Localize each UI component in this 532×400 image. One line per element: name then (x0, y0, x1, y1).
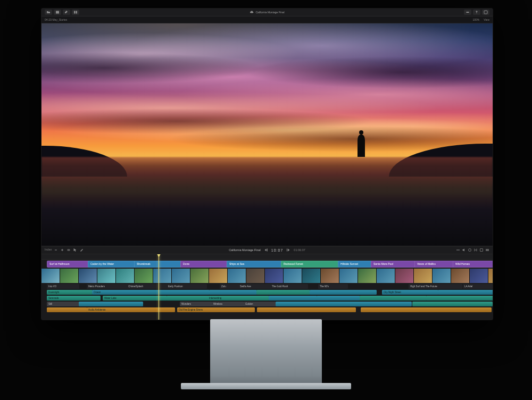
display-options[interactable] (464, 10, 471, 15)
chapter-marker[interactable]: Views of Malibu (414, 261, 457, 268)
play-prev-icon[interactable] (264, 248, 268, 252)
clip-thumbnail[interactable] (358, 269, 377, 283)
share-button[interactable] (473, 10, 480, 15)
zoom-in-icon[interactable] (60, 248, 64, 252)
audio-clip[interactable] (438, 290, 493, 295)
audio-clip[interactable] (209, 290, 257, 295)
skimming-icon[interactable] (456, 248, 460, 252)
chapter-marker[interactable]: Wild Horses (453, 261, 493, 268)
clip-thumbnail[interactable] (377, 269, 395, 283)
blade-tool-icon[interactable] (79, 248, 84, 252)
clip-thumbnail[interactable] (41, 269, 60, 283)
audio-clip[interactable]: Water Lake (103, 296, 167, 301)
chapter-marker[interactable]: Ships at Sea (227, 261, 285, 268)
index-button[interactable]: Index (45, 248, 52, 252)
audio-clip[interactable] (167, 296, 209, 301)
tool-button[interactable] (63, 10, 70, 15)
clip-label[interactable]: Metro Prouders (87, 284, 127, 289)
clip-button[interactable] (72, 10, 79, 15)
clip-label[interactable]: Swifts Ave (238, 284, 271, 289)
audio-clip[interactable]: Downright (47, 290, 93, 295)
clip-thumbnail[interactable] (135, 269, 153, 283)
clip-thumbnail[interactable] (302, 269, 321, 283)
chapter-marker[interactable]: Surf at Halfmoon (47, 261, 92, 268)
select-tool-icon[interactable] (73, 248, 77, 252)
clip-thumbnail[interactable] (321, 269, 339, 283)
chapter-marker[interactable]: Dune (180, 261, 231, 268)
trim-tool-icon[interactable] (66, 248, 71, 252)
audio-clip[interactable]: Ocean (92, 290, 159, 295)
audio-clip[interactable] (317, 296, 360, 301)
clip-label[interactable]: Into VO (47, 284, 79, 289)
audio-clip[interactable] (361, 307, 492, 312)
playhead[interactable] (159, 254, 159, 320)
audio-clip[interactable] (426, 296, 493, 301)
clip-thumbnail[interactable] (153, 269, 172, 283)
audio-clip[interactable]: Still (47, 302, 79, 306)
clip-thumbnail[interactable] (470, 269, 488, 283)
audio-clip[interactable] (257, 307, 356, 312)
clip-label[interactable]: High Surf and The Future (409, 284, 462, 289)
solo-icon[interactable] (468, 248, 472, 252)
clip-thumbnail[interactable] (488, 269, 493, 283)
audio-clip[interactable]: Intersecting (207, 296, 269, 301)
clip-thumbnail[interactable] (209, 269, 228, 283)
audio-clip[interactable]: Serenade (47, 296, 101, 301)
audio-clip[interactable] (47, 307, 87, 312)
audio-clip[interactable] (276, 302, 412, 306)
audio-clip[interactable]: Audio Ambience (87, 307, 175, 312)
clip-thumbnail[interactable] (395, 269, 414, 283)
chapter-marker[interactable]: Shorebreak (134, 261, 185, 268)
view-menu[interactable]: View (484, 18, 489, 21)
clip-label[interactable]: Early Position (167, 284, 207, 289)
timeline[interactable]: Surf at HalfmoonCaden by the WaterShoreb… (41, 254, 493, 320)
zoom-out-icon[interactable] (54, 248, 58, 252)
timecode-display[interactable]: 10:07 (271, 248, 284, 252)
clip-thumbnail[interactable] (172, 269, 190, 283)
viewer-canvas[interactable] (41, 23, 493, 246)
thumbnail-row[interactable] (41, 269, 493, 283)
chapter-marker[interactable]: Hillside Sunset (338, 261, 375, 268)
chapter-marker[interactable]: Caden by the Water (88, 261, 138, 268)
clip-label[interactable]: Chime/Splash (127, 284, 167, 289)
inspector-button[interactable] (482, 10, 489, 15)
audio-clip[interactable] (412, 302, 493, 306)
clip-label[interactable]: LA Ariel (463, 284, 493, 289)
breadcrumb[interactable]: 04-23-May_Stories (45, 18, 67, 21)
clip-thumbnail[interactable] (79, 269, 97, 283)
zoom-value[interactable]: 100% (472, 18, 479, 21)
audio-clip[interactable]: Wireless (212, 302, 244, 306)
audio-clip[interactable] (360, 296, 427, 301)
play-next-icon[interactable] (286, 248, 290, 252)
audio-clip[interactable]: City Night Street (382, 290, 438, 295)
library-button[interactable] (45, 10, 52, 15)
timeline-ruler[interactable] (41, 254, 493, 260)
clip-thumbnail[interactable] (265, 269, 284, 283)
clip-label[interactable]: The Gold Rush (270, 284, 308, 289)
audio-clip[interactable] (159, 290, 210, 295)
audio-clip[interactable] (269, 296, 317, 301)
snapping-icon[interactable] (473, 248, 478, 252)
clip-thumbnail[interactable] (451, 269, 470, 283)
audio-clip[interactable] (79, 302, 143, 306)
clip-thumbnail[interactable] (116, 269, 135, 283)
audio-skim-icon[interactable] (462, 248, 466, 252)
transitions-icon[interactable] (485, 248, 489, 252)
clip-label[interactable]: The 90's (318, 284, 348, 289)
clip-thumbnail[interactable] (284, 269, 302, 283)
clip-thumbnail[interactable] (433, 269, 451, 283)
audio-clip[interactable] (256, 290, 310, 295)
clip-thumbnail[interactable] (228, 269, 246, 283)
audio-clip[interactable]: Old Fire Engine Sirens (177, 307, 255, 312)
chapter-marker[interactable]: Santa Mara Pool (371, 261, 419, 268)
clip-label[interactable]: Zulu (220, 284, 239, 289)
clip-thumbnail[interactable] (339, 269, 358, 283)
clip-thumbnail[interactable] (246, 269, 265, 283)
clip-thumbnail[interactable] (97, 269, 116, 283)
clip-thumbnail[interactable] (414, 269, 433, 283)
audio-clip[interactable]: Golden (244, 302, 276, 306)
audio-clip[interactable]: Wonders (180, 302, 212, 306)
audio-clip[interactable] (310, 290, 377, 295)
media-button[interactable] (54, 10, 61, 15)
chapter-marker[interactable]: Redwood Forest (281, 261, 342, 268)
